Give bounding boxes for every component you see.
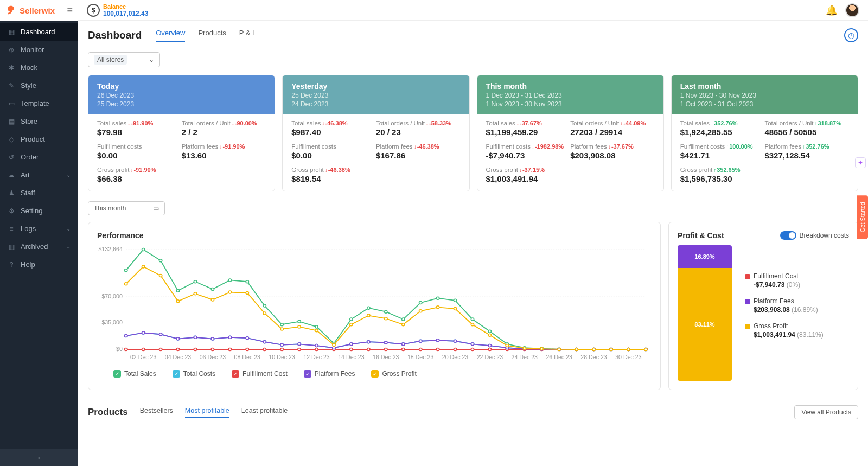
sidebar-item-template[interactable]: ▭Template: [0, 94, 78, 112]
sidebar-item-setting[interactable]: ⚙Setting: [0, 202, 78, 220]
legend-item[interactable]: ✓Gross Profit: [371, 370, 416, 378]
toggle-label: Breakdown costs: [800, 232, 849, 239]
profit-cost-bar: 16.89%83.11%: [678, 245, 732, 381]
balance-label: Balance: [103, 3, 148, 10]
svg-point-166: [454, 308, 456, 310]
sidebar-item-dashboard[interactable]: ▦Dashboard: [0, 23, 78, 41]
avatar[interactable]: [845, 3, 859, 17]
tab-products[interactable]: Products: [198, 29, 226, 42]
tab-overview[interactable]: Overview: [156, 29, 185, 42]
metric-value: $0.00: [291, 151, 376, 160]
legend-item[interactable]: ✓Total Sales: [113, 370, 156, 378]
legend-item[interactable]: ✓Total Costs: [173, 370, 215, 378]
svg-point-176: [627, 348, 630, 351]
card-body: Total sales↓-37.67% $1,199,459.29 Total …: [477, 114, 663, 191]
get-started-button[interactable]: Get Started: [857, 195, 868, 239]
chevron-down-icon: ⌄: [149, 56, 154, 63]
sidebar-item-mock[interactable]: ✱Mock: [0, 59, 78, 76]
stack-segment: 83.11%: [678, 268, 732, 381]
sidebar-item-art[interactable]: ☁Art⌄: [0, 166, 78, 184]
svg-point-117: [142, 331, 145, 334]
metric: Fulfillment costs↓-1982.98% -$7,940.73: [486, 143, 571, 160]
sidebar-item-archived[interactable]: ▥Archived⌄: [0, 238, 78, 256]
svg-point-148: [142, 265, 145, 268]
sidebar-item-store[interactable]: ▤Store: [0, 112, 78, 130]
bell-icon[interactable]: 🔔: [826, 4, 838, 16]
svg-point-155: [263, 312, 266, 315]
view-all-products-button[interactable]: View all Products: [794, 405, 858, 419]
sidebar-item-logs[interactable]: ≡Logs⌄: [0, 220, 78, 238]
svg-point-164: [419, 310, 422, 312]
metric-label: Fulfillment costs↑100.00%: [680, 143, 765, 150]
sidebar-collapse-button[interactable]: ‹: [0, 449, 78, 466]
svg-point-30: [246, 280, 248, 283]
svg-point-101: [402, 348, 405, 351]
period-filter-select[interactable]: This month ▭: [88, 201, 165, 215]
svg-text:$70,000: $70,000: [101, 293, 123, 299]
svg-point-128: [333, 347, 335, 349]
svg-point-177: [644, 348, 647, 351]
sidebar-item-staff[interactable]: ♟Staff: [0, 184, 78, 202]
metric-value: 20 / 23: [376, 127, 461, 137]
menu-toggle-icon[interactable]: ≡: [67, 5, 73, 16]
sidebar-item-label: Order: [21, 153, 39, 161]
svg-point-125: [280, 343, 283, 346]
sidebar-item-order[interactable]: ↺Order: [0, 148, 78, 166]
metric-value: $819.54: [291, 174, 460, 183]
sidebar-item-label: Mock: [21, 63, 37, 72]
metric-pct: ↓-58.33%: [426, 120, 451, 126]
card-title: This month: [486, 82, 655, 91]
card-date-secondary: 1 Nov 2023 - 30 Nov 2023: [486, 100, 655, 108]
sidebar-item-help[interactable]: ?Help: [0, 256, 78, 273]
metric-pct: ↓-1982.98%: [532, 143, 564, 150]
metric-label: Gross profit↓-91.90%: [97, 167, 266, 173]
svg-point-154: [246, 291, 248, 294]
svg-point-43: [471, 318, 474, 321]
logs-icon: ≡: [8, 225, 15, 233]
products-tab[interactable]: Least profitable: [241, 407, 288, 418]
metric-pct: ↓-91.90%: [130, 167, 156, 173]
svg-point-156: [280, 328, 283, 330]
card-header: This month 1 Dec 2023 - 31 Dec 2023 1 No…: [477, 75, 663, 114]
legend-item[interactable]: ✓Fulfillment Cost: [232, 370, 288, 378]
svg-point-167: [471, 323, 474, 326]
sidebar-item-product[interactable]: ◇Product: [0, 130, 78, 148]
breakdown-toggle[interactable]: Breakdown costs: [780, 231, 849, 240]
svg-point-42: [454, 299, 456, 302]
tab-p-l[interactable]: P & L: [239, 29, 257, 42]
svg-point-87: [159, 348, 162, 351]
svg-point-127: [315, 344, 318, 347]
chevron-down-icon: ⌄: [66, 226, 71, 232]
products-tab[interactable]: Bestsellers: [140, 407, 173, 418]
metric: Total orders / Unit↓-44.09% 27203 / 2991…: [570, 120, 655, 137]
performance-chart: $0$35,000$70,000$132,66402 Dec 2304 Dec …: [97, 245, 652, 365]
svg-point-165: [436, 306, 439, 309]
calendar-icon: ▭: [153, 205, 159, 212]
metric: Total orders / Unit↑318.87% 48656 / 5050…: [764, 120, 849, 137]
toggle-switch[interactable]: [780, 231, 796, 240]
sparkle-icon[interactable]: ✦: [855, 157, 866, 168]
legend-item[interactable]: ✓Platform Fees: [304, 370, 355, 378]
summary-card: This month 1 Dec 2023 - 31 Dec 2023 1 No…: [477, 75, 664, 191]
store-filter-select[interactable]: All stores ⌄: [88, 52, 160, 67]
svg-point-99: [367, 348, 370, 351]
clock-icon[interactable]: ◷: [844, 28, 858, 42]
balance-widget[interactable]: $ Balance 100,017,012.43: [87, 3, 148, 17]
products-title: Products: [88, 407, 128, 418]
sidebar-item-style[interactable]: ✎Style: [0, 76, 78, 94]
metric-label: Gross profit↓-46.38%: [291, 167, 460, 173]
metric-value: $1,924,285.55: [680, 127, 765, 137]
chevron-down-icon: ⌄: [66, 244, 71, 250]
svg-point-92: [246, 348, 248, 351]
svg-point-132: [402, 343, 405, 346]
metric: Total sales↑352.76% $1,924,285.55: [680, 120, 765, 137]
products-tab[interactable]: Most profitable: [185, 407, 229, 418]
sidebar-item-label: Store: [21, 117, 37, 125]
svg-point-175: [610, 348, 612, 351]
metric-pct: ↑352.76%: [802, 143, 829, 150]
svg-point-149: [159, 275, 162, 277]
metric-value: -$7,940.73: [486, 151, 571, 160]
sidebar-item-monitor[interactable]: ⊕Monitor: [0, 41, 78, 59]
archived-icon: ▥: [8, 243, 15, 251]
svg-point-36: [350, 318, 353, 321]
